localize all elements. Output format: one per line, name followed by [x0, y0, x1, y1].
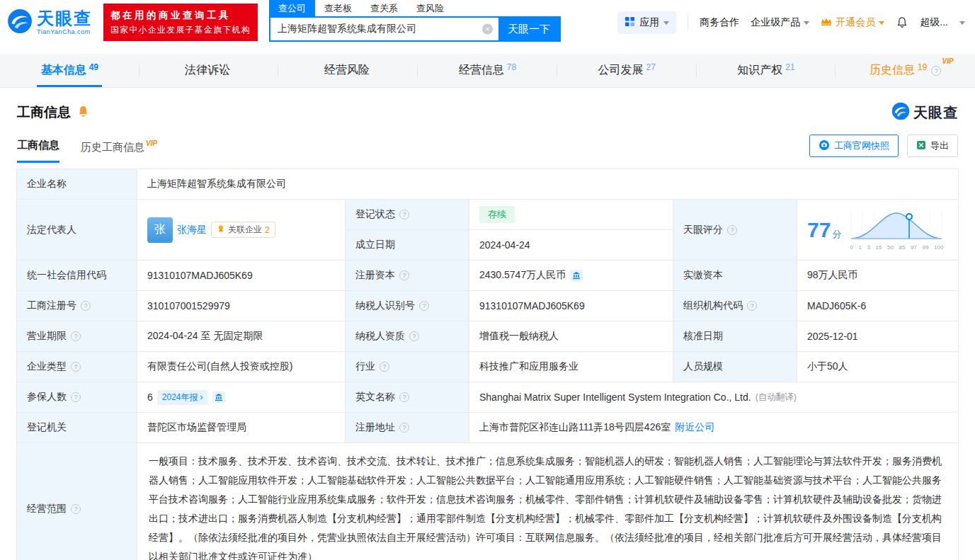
nav-open-vip[interactable]: 开通会员: [821, 16, 884, 29]
official-snapshot-button[interactable]: 工商官网快照: [809, 135, 899, 157]
vip-label: 开通会员: [836, 16, 875, 29]
business-scope-value: 一般项目：技术服务、技术开发、技术咨询、技术交流、技术转让、技术推广；信息系统集…: [137, 443, 958, 560]
address-label: 注册地址: [346, 413, 469, 443]
reg-number-label: 工商注册号: [17, 291, 137, 321]
score-big: 77: [807, 218, 831, 241]
legal-rep-avatar[interactable]: 张: [147, 217, 173, 243]
search-box: 天眼一下: [269, 16, 561, 42]
tab-company-development[interactable]: 公司发展27: [557, 54, 697, 87]
help-icon[interactable]: [71, 392, 81, 402]
subtab-label: 历史工商信息: [81, 141, 144, 153]
annual-report-tag[interactable]: 2024年报: [157, 390, 208, 405]
tab-label: 经营风险: [324, 63, 370, 78]
established-label: 成立日期: [346, 230, 469, 261]
tab-count: 27: [646, 62, 656, 72]
help-icon[interactable]: [399, 423, 409, 433]
reg-status-value: 存续: [469, 200, 673, 230]
org-code-label: 组织机构代码: [673, 291, 797, 321]
subscribe-bell-icon[interactable]: [76, 105, 90, 121]
tianyancha-logo[interactable]: 天眼查 TianYanCha.com: [7, 8, 92, 37]
tab-count: 21: [785, 62, 794, 72]
tab-basic-info[interactable]: 基本信息49: [0, 54, 139, 87]
score-distribution-chart: 0131550859799100: [850, 209, 943, 251]
value-text: Shanghai Matrix Super Intelligent System…: [479, 392, 751, 403]
snapshot-label: 工商官网快照: [834, 139, 889, 152]
business-scope-label: 经营范围: [17, 443, 137, 560]
help-icon[interactable]: [380, 362, 389, 372]
reg-capital-label: 注册资本: [346, 261, 469, 291]
search-tab-company[interactable]: 查公司: [269, 0, 315, 16]
brand-watermark: 天眼查: [891, 102, 958, 123]
label-text: 注册资本: [355, 269, 395, 282]
staff-size-value: 小于50人: [797, 352, 958, 382]
help-icon[interactable]: [71, 504, 81, 514]
top-header: 天眼查 TianYanCha.com 都在用的商业查询工具 国家中小企业发展子基…: [0, 0, 975, 45]
help-icon[interactable]: [747, 301, 757, 311]
status-badge: 存续: [479, 206, 515, 223]
english-name-value: Shanghai Matrix Super Intelligent System…: [469, 382, 958, 413]
nav-enterprise-products[interactable]: 企业级产品: [751, 16, 809, 29]
help-icon[interactable]: [399, 270, 409, 280]
org-code-value: MADJ605K-6: [797, 291, 958, 321]
reg-number-value: 310107001529979: [137, 291, 346, 321]
export-button[interactable]: 导出: [907, 135, 958, 157]
related-companies-tag[interactable]: 关联企业 2: [211, 222, 275, 238]
tab-label: 公司发展: [598, 63, 644, 78]
taxpayer-quality-value: 增值税一般纳税人: [469, 321, 673, 352]
medal-icon: [217, 224, 225, 235]
tab-label: 法律诉讼: [185, 63, 230, 78]
help-icon[interactable]: [81, 301, 91, 311]
brand-text: 天眼查: [913, 103, 958, 122]
search-button[interactable]: 天眼一下: [498, 18, 559, 40]
help-icon[interactable]: [71, 362, 81, 372]
legal-rep-name-link[interactable]: 张海星: [177, 224, 207, 236]
legal-rep-label: 法定代表人: [17, 200, 137, 261]
capital-change-icon[interactable]: [570, 270, 583, 281]
nav-business-cooperation[interactable]: 商务合作: [700, 16, 739, 29]
nearby-companies-link[interactable]: 附近公司: [675, 421, 714, 434]
search-tab-relation[interactable]: 查关系: [361, 0, 407, 16]
help-icon[interactable]: [419, 301, 429, 311]
search-tabs: 查公司 查老板 查关系 查风险: [269, 0, 561, 16]
tab-operating-risk[interactable]: 经营风险: [278, 54, 418, 87]
subtab-history-business-info[interactable]: 历史工商信息VIP: [81, 141, 157, 163]
label-text: 登记状态: [355, 208, 395, 221]
logo-title: 天眼查: [37, 10, 92, 27]
vip-badge: VIP: [942, 57, 954, 65]
tab-intellectual-property[interactable]: 知识产权21: [697, 54, 836, 87]
insured-record-icon[interactable]: [212, 392, 225, 403]
tab-history-info[interactable]: VIP 历史信息19: [836, 54, 975, 87]
label-text: 组织机构代码: [683, 299, 743, 312]
clear-icon[interactable]: [482, 24, 493, 35]
search-area: 查公司 查老板 查关系 查风险 天眼一下: [269, 0, 561, 42]
nav-user-menu[interactable]: 超级...: [920, 16, 948, 29]
help-icon[interactable]: [399, 392, 409, 402]
search-input[interactable]: [270, 18, 498, 40]
search-tab-risk[interactable]: 查风险: [407, 0, 453, 16]
taxpayer-id-value: 91310107MADJ605K69: [469, 291, 673, 321]
tab-count: 19: [918, 62, 927, 72]
apps-menu[interactable]: 应用: [617, 11, 676, 34]
auto-translate-note: (自动翻译): [756, 392, 797, 404]
address-value: 上海市普陀区祁连山路111弄18号四层426室 附近公司: [469, 413, 958, 443]
help-icon[interactable]: [399, 210, 409, 219]
help-icon[interactable]: [409, 331, 419, 341]
chevron-down-icon[interactable]: [959, 21, 965, 25]
industry-value: 科技推广和应用服务业: [469, 352, 673, 382]
staff-size-label: 人员规模: [673, 352, 797, 382]
chevron-down-icon: [804, 21, 809, 25]
apps-label: 应用: [639, 16, 659, 29]
tab-legal-litigation[interactable]: 法律诉讼: [139, 54, 279, 87]
section-title: 工商信息: [17, 103, 71, 122]
company-type-value: 有限责任公司(自然人投资或控股): [137, 352, 346, 382]
search-tab-boss[interactable]: 查老板: [315, 0, 361, 16]
label-text: 纳税人识别号: [355, 299, 415, 312]
tab-label: 经营信息: [459, 63, 504, 78]
help-icon[interactable]: [727, 225, 737, 235]
subtab-business-info[interactable]: 工商信息: [17, 139, 59, 163]
value-text: 上海市普陀区祁连山路111弄18号四层426室: [479, 421, 671, 434]
help-icon[interactable]: [931, 66, 941, 76]
help-icon[interactable]: [71, 331, 81, 341]
notification-bell-icon[interactable]: [896, 16, 908, 29]
tab-operating-info[interactable]: 经营信息78: [418, 54, 557, 87]
